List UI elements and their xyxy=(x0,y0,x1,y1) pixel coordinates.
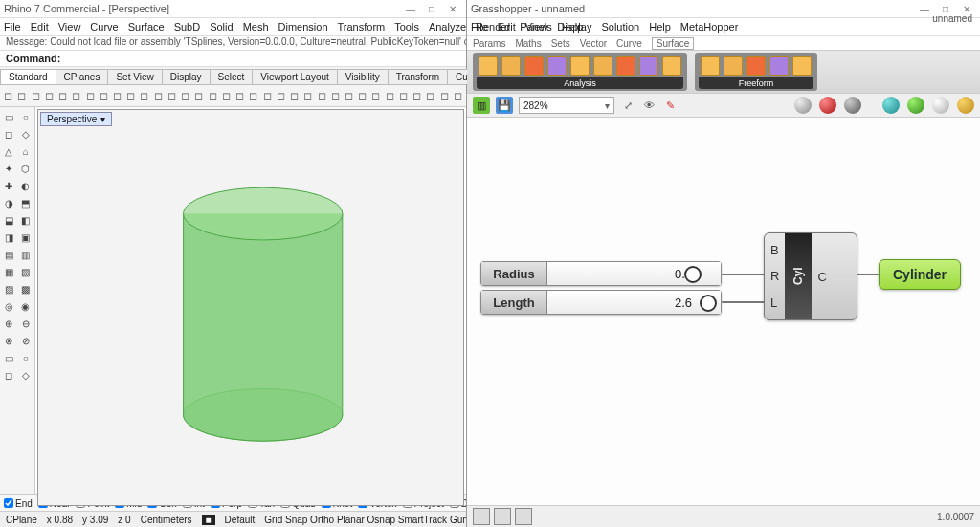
palette-tool[interactable]: ◐ xyxy=(18,178,34,194)
close-icon[interactable]: ✕ xyxy=(443,2,462,15)
toolbar-tab[interactable]: Display xyxy=(162,69,211,84)
gh-tab-curve[interactable]: Curve xyxy=(616,38,642,49)
toolbar-icon[interactable]: ◻ xyxy=(260,88,273,103)
port-l[interactable]: L xyxy=(770,296,779,310)
cluster-icon[interactable] xyxy=(515,508,532,525)
shelf-component-icon[interactable] xyxy=(501,56,521,76)
menu-curve[interactable]: Curve xyxy=(90,21,118,33)
palette-tool[interactable]: ⊖ xyxy=(18,316,34,332)
toolbar-icon[interactable]: ◻ xyxy=(207,88,219,103)
toolbar-icon[interactable]: ◻ xyxy=(411,88,423,103)
sketch-icon[interactable]: ✎ xyxy=(662,98,678,113)
toolbar-icon[interactable]: ◻ xyxy=(301,88,314,103)
gh-menu-solution[interactable]: Solution xyxy=(601,21,639,33)
zoom-extents-icon[interactable]: ⤢ xyxy=(620,98,635,113)
toolbar-icon[interactable]: ◻ xyxy=(343,88,355,103)
gh-menu-file[interactable]: File xyxy=(471,21,488,33)
palette-tool[interactable]: ◇ xyxy=(18,367,34,384)
palette-tool[interactable]: ✚ xyxy=(1,178,17,194)
doc-preview-icon[interactable] xyxy=(882,97,900,114)
toolbar-icon[interactable]: ◻ xyxy=(288,88,301,103)
menu-mesh[interactable]: Mesh xyxy=(243,21,269,33)
palette-tool[interactable]: ◑ xyxy=(1,195,17,211)
toolbar-icon[interactable]: ◻ xyxy=(124,88,137,103)
toolbar-icon[interactable]: ◻ xyxy=(275,88,287,103)
zoom-dropdown[interactable]: 282% xyxy=(519,97,614,114)
palette-tool[interactable]: ⊕ xyxy=(1,316,17,332)
palette-tool[interactable]: ◉ xyxy=(18,298,34,315)
palette-tool[interactable]: ▨ xyxy=(1,281,17,297)
cylinder-param[interactable]: Cylinder xyxy=(879,259,961,290)
perspective-viewport[interactable]: Perspective▾ xyxy=(37,109,464,506)
palette-tool[interactable]: ▤ xyxy=(1,247,17,263)
menu-transform[interactable]: Transform xyxy=(338,21,386,33)
slider-track[interactable]: 0.8 xyxy=(547,261,722,286)
port-r[interactable]: R xyxy=(770,269,779,283)
preview-icon[interactable]: 👁 xyxy=(641,98,657,113)
toolbar-icon[interactable]: ◻ xyxy=(43,88,56,103)
menu-edit[interactable]: Edit xyxy=(31,21,49,33)
toolbar-icon[interactable]: ◻ xyxy=(29,88,41,103)
menu-analyze[interactable]: Analyze xyxy=(429,21,466,33)
shelf-component-icon[interactable] xyxy=(479,56,498,76)
toolbar-tab[interactable]: Viewport Layout xyxy=(252,69,338,84)
toolbar-tab[interactable]: Transform xyxy=(388,69,448,84)
osnap-end[interactable] xyxy=(4,498,13,508)
toolbar-icon[interactable]: ◻ xyxy=(98,88,110,103)
palette-tool[interactable]: ⬒ xyxy=(18,195,34,211)
gh-tab-surface[interactable]: Surface xyxy=(652,37,694,50)
gh-tab-vector[interactable]: Vector xyxy=(580,38,607,49)
toolbar-icon[interactable]: ◻ xyxy=(83,88,96,103)
slider-knob[interactable] xyxy=(684,266,702,283)
shelf-component-icon[interactable] xyxy=(570,56,590,76)
gh-canvas[interactable]: Radius 0.8 Length 2.6 B R L xyxy=(467,118,980,505)
toolbar-tab[interactable]: Set View xyxy=(107,69,162,84)
palette-tool[interactable]: ◎ xyxy=(1,298,17,315)
slider-length[interactable]: Length 2.6 xyxy=(480,290,722,315)
toolbar-tab[interactable]: Select xyxy=(210,69,254,84)
command-prompt[interactable]: Command: xyxy=(0,50,466,67)
toolbar-icon[interactable]: ◻ xyxy=(220,88,233,103)
palette-tool[interactable]: ◧ xyxy=(18,212,34,229)
gh-menu-view[interactable]: View xyxy=(525,21,548,33)
toolbar-icon[interactable]: ◻ xyxy=(2,88,14,103)
shelf-component-icon[interactable] xyxy=(616,56,635,76)
slider-track[interactable]: 2.6 xyxy=(547,290,722,315)
palette-tool[interactable]: ▧ xyxy=(18,264,34,280)
palette-tool[interactable]: ○ xyxy=(18,109,34,125)
custom-preview-icon[interactable] xyxy=(957,97,974,114)
toolbar-tab[interactable]: Standard xyxy=(0,69,56,84)
menu-surface[interactable]: Surface xyxy=(128,21,165,33)
slider-radius[interactable]: Radius 0.8 xyxy=(480,261,722,286)
palette-tool[interactable]: ▩ xyxy=(18,281,34,297)
toolbar-icon[interactable]: ◻ xyxy=(138,88,150,103)
toolbar-icon[interactable]: ◻ xyxy=(70,88,82,103)
layer-chip[interactable]: ■ xyxy=(202,515,215,525)
shelf-component-icon[interactable] xyxy=(792,56,812,76)
toolbar-icon[interactable]: ◻ xyxy=(152,88,165,103)
palette-tool[interactable]: ⊘ xyxy=(18,333,34,349)
toolbar-icon[interactable]: ◻ xyxy=(234,88,246,103)
palette-tool[interactable]: ⬓ xyxy=(1,212,17,229)
selected-preview-icon[interactable] xyxy=(907,97,924,114)
viewport-label[interactable]: Perspective▾ xyxy=(40,112,112,126)
palette-tool[interactable]: ▦ xyxy=(1,264,17,280)
shelf-component-icon[interactable] xyxy=(724,56,743,76)
palette-tool[interactable]: ▥ xyxy=(18,247,34,263)
palette-tool[interactable]: ◨ xyxy=(1,230,17,246)
gh-tab-sets[interactable]: Sets xyxy=(551,38,570,49)
gh-menu-help[interactable]: Help xyxy=(649,21,671,33)
port-b[interactable]: B xyxy=(770,243,779,257)
palette-tool[interactable]: ◻ xyxy=(1,367,17,384)
toolbar-icon[interactable]: ◻ xyxy=(111,88,123,103)
menu-view[interactable]: View xyxy=(58,21,81,33)
no-preview-icon[interactable] xyxy=(844,97,861,114)
save-icon[interactable]: 💾 xyxy=(496,97,513,114)
toolbar-icon[interactable]: ◻ xyxy=(166,88,178,103)
toolbar-icon[interactable]: ◻ xyxy=(315,88,327,103)
toolbar-icon[interactable]: ◻ xyxy=(56,88,69,103)
menu-dimension[interactable]: Dimension xyxy=(278,21,328,33)
toolbar-icon[interactable]: ◻ xyxy=(247,88,259,103)
menu-tools[interactable]: Tools xyxy=(394,21,419,33)
palette-tool[interactable]: ○ xyxy=(18,350,34,366)
